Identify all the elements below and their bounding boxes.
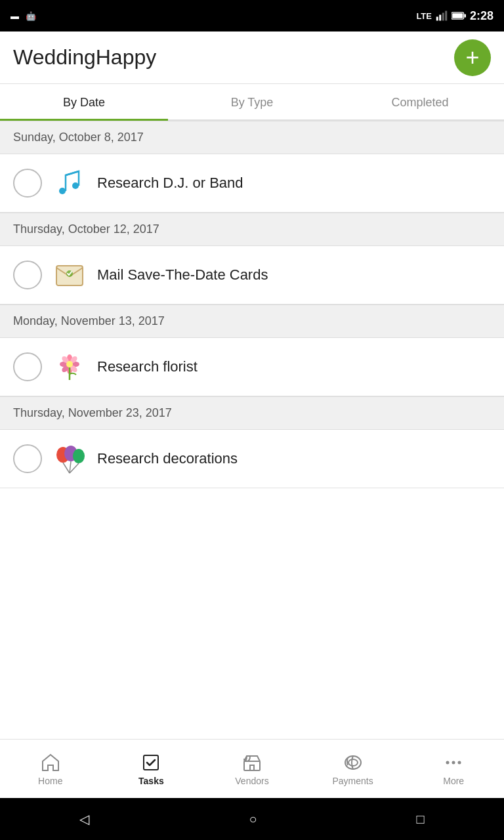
music-note-icon <box>54 167 85 199</box>
signal-icon <box>436 10 448 22</box>
date-header-1: Thursday, October 12, 2017 <box>0 213 504 246</box>
balloons-icon <box>52 442 87 476</box>
envelope-icon <box>54 259 85 291</box>
time-display: 2:28 <box>470 9 494 23</box>
svg-rect-2 <box>442 13 444 21</box>
status-bar-right-icons: LTE 2:28 <box>416 9 494 23</box>
android-icon: 🤖 <box>26 11 36 21</box>
tasks-icon <box>140 752 161 773</box>
lte-icon: LTE <box>416 11 432 21</box>
task-item-2: Research florist <box>0 338 504 396</box>
app-header: WeddingHappy + <box>0 32 504 84</box>
date-header-0: Sunday, October 8, 2017 <box>0 121 504 154</box>
status-bar: ▬ 🤖 LTE 2:28 <box>0 0 504 32</box>
nav-tasks-label: Tasks <box>138 776 164 786</box>
task-checkbox-1[interactable] <box>13 261 42 289</box>
task-label-1: Mail Save-The-Date Cards <box>97 266 268 284</box>
task-list: Sunday, October 8, 2017 Research D.J. or… <box>0 121 504 739</box>
vendors-icon <box>242 752 262 773</box>
svg-point-18 <box>66 361 73 368</box>
svg-rect-0 <box>436 17 438 21</box>
svg-rect-5 <box>464 14 466 17</box>
add-task-button[interactable]: + <box>454 39 491 76</box>
back-button[interactable]: ◁ <box>79 811 89 827</box>
svg-point-34 <box>458 761 461 764</box>
more-icon <box>443 752 464 773</box>
app-title: WeddingHappy <box>13 45 156 70</box>
nav-more-label: More <box>443 776 464 786</box>
nav-payments[interactable]: Payments <box>303 740 404 798</box>
home-icon <box>40 752 61 773</box>
task-icon-3 <box>52 442 87 476</box>
home-button[interactable]: ○ <box>249 812 257 827</box>
svg-point-22 <box>73 449 85 463</box>
task-icon-2 <box>52 350 87 384</box>
payments-icon <box>343 752 364 773</box>
task-label-3: Research decorations <box>97 450 238 467</box>
tab-by-date[interactable]: By Date <box>0 84 168 121</box>
status-bar-left-icons: ▬ 🤖 <box>10 11 36 21</box>
task-checkbox-0[interactable] <box>13 169 42 198</box>
task-icon-0 <box>52 166 87 200</box>
task-item-1: Mail Save-The-Date Cards <box>0 246 504 304</box>
svg-rect-26 <box>144 755 158 770</box>
task-label-2: Research florist <box>97 358 198 375</box>
task-checkbox-2[interactable] <box>13 352 42 381</box>
sim-icon: ▬ <box>10 11 19 21</box>
nav-tasks[interactable]: Tasks <box>101 740 202 798</box>
battery-icon <box>452 11 466 20</box>
tab-bar: By Date By Type Completed <box>0 84 504 121</box>
tab-completed[interactable]: Completed <box>336 84 504 121</box>
nav-more[interactable]: More <box>403 740 504 798</box>
system-nav-bar: ◁ ○ □ <box>0 798 504 840</box>
svg-rect-1 <box>439 15 441 21</box>
svg-rect-3 <box>445 11 447 21</box>
svg-point-31 <box>348 759 358 766</box>
recents-button[interactable]: □ <box>416 812 424 827</box>
task-label-0: Research D.J. or Band <box>97 175 243 192</box>
nav-home[interactable]: Home <box>0 740 101 798</box>
svg-line-23 <box>63 463 70 473</box>
bottom-nav: Home Tasks Vendors Payments <box>0 739 504 798</box>
svg-rect-6 <box>452 13 463 18</box>
nav-vendors-label: Vendors <box>235 776 268 786</box>
nav-vendors[interactable]: Vendors <box>201 740 303 798</box>
task-item-0: Research D.J. or Band <box>0 154 504 213</box>
flower-icon <box>54 351 85 383</box>
date-header-2: Monday, November 13, 2017 <box>0 304 504 338</box>
svg-point-32 <box>446 761 450 764</box>
tab-by-type[interactable]: By Type <box>168 84 336 121</box>
svg-rect-29 <box>250 765 254 770</box>
svg-point-33 <box>452 761 455 764</box>
date-header-3: Thursday, November 23, 2017 <box>0 396 504 430</box>
task-checkbox-3[interactable] <box>13 444 42 473</box>
task-icon-1 <box>52 258 87 292</box>
nav-home-label: Home <box>38 776 62 786</box>
nav-payments-label: Payments <box>332 776 373 786</box>
task-item-3: Research decorations <box>0 430 504 488</box>
